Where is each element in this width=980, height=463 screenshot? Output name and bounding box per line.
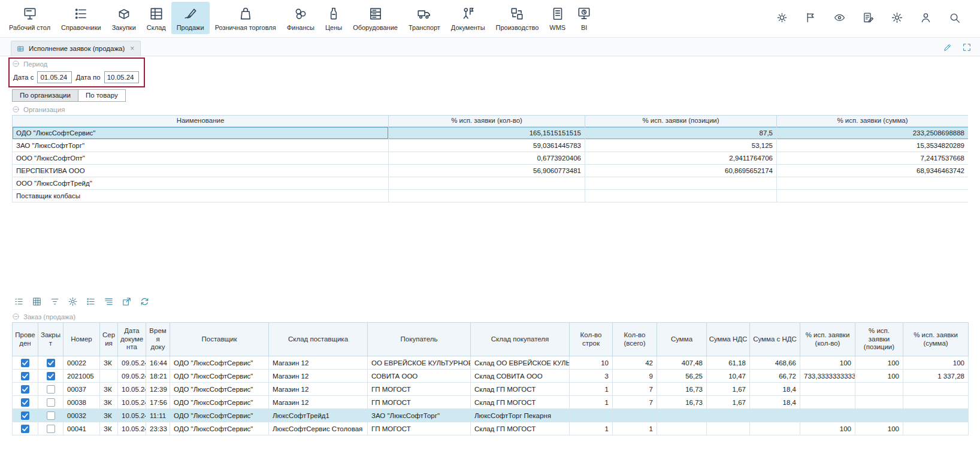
column-header[interactable]: % исп. заявки (кол-во) (800, 323, 855, 356)
order-cell: 16:44 (146, 356, 170, 370)
column-header[interactable]: Склад покупателя (471, 323, 570, 356)
search-icon[interactable] (948, 11, 961, 24)
order-cell: 1,67 (707, 383, 750, 396)
filter-icon[interactable] (50, 296, 60, 307)
org-table-row[interactable]: ОДО "ЛюксСофтСервис"165,151515151587,523… (13, 126, 969, 139)
order-row[interactable]: 202100509.05.2418:21ОДО "ЛюксСофтСервис"… (13, 370, 969, 383)
collapse-icon[interactable] (12, 60, 20, 68)
column-header[interactable]: Сумма с НДС (750, 323, 800, 356)
tab-by-organization[interactable]: По организации (12, 89, 78, 102)
org-cell: 2,9411764706 (585, 152, 777, 164)
column-header[interactable]: % исп. заявки (позиции) (585, 116, 777, 127)
org-table-row[interactable]: ООО "ЛюксСофтОпт"0,67739204062,941176470… (13, 152, 969, 164)
order-cell: 10.05.24 (118, 422, 146, 435)
org-table-row[interactable]: Поставщик колбасы (13, 189, 969, 202)
nav-item-warehouse[interactable]: Склад (141, 2, 171, 34)
edit-icon[interactable] (943, 43, 952, 52)
flag-icon[interactable] (804, 11, 817, 24)
checkbox-checked[interactable] (21, 398, 29, 407)
date-from-input[interactable] (37, 71, 72, 83)
nav-item-equipment[interactable]: Оборудование (347, 2, 403, 34)
order-row[interactable]: 00037ЗК10.05.2412:39ОДО "ЛюксСофтСервис"… (13, 383, 969, 396)
checkbox-checked[interactable] (21, 385, 29, 394)
column-header[interactable]: Номер (63, 323, 100, 356)
checkbox-checked[interactable] (21, 425, 29, 433)
column-header[interactable]: % исп. заявки (сумма) (903, 323, 969, 356)
order-row[interactable]: 00038ЗК10.05.2417:56ОДО "ЛюксСофтСервис"… (13, 396, 969, 409)
checkbox-checked[interactable] (21, 411, 29, 420)
nav-item-documents[interactable]: Документы (446, 2, 491, 34)
checkbox-unchecked[interactable] (47, 411, 55, 420)
nav-item-wms[interactable]: WMS (544, 2, 571, 34)
nav-item-purchases[interactable]: Закупки (107, 2, 141, 34)
column-header[interactable]: Сумма (657, 323, 707, 356)
tab-close-icon[interactable]: × (130, 44, 134, 53)
nav-item-bi[interactable]: BI (571, 2, 597, 34)
export-icon[interactable] (122, 296, 132, 307)
column-header[interactable]: Поставщик (170, 323, 269, 356)
refresh-icon[interactable] (140, 296, 150, 307)
column-header[interactable]: Сумма НДС (707, 323, 750, 356)
select-columns-icon[interactable] (14, 296, 24, 307)
column-header[interactable]: Кол-во (всего) (613, 323, 657, 356)
checkbox-unchecked[interactable] (47, 385, 55, 394)
column-header[interactable]: % исп. заявки (сумма) (777, 116, 969, 127)
posted-cell (13, 370, 38, 383)
user-icon[interactable] (919, 11, 932, 24)
checkbox-checked[interactable] (47, 372, 55, 380)
nav-item-production[interactable]: Производство (491, 2, 545, 34)
column-header[interactable]: % исп. заявки (позиции) (855, 323, 903, 356)
order-row[interactable]: 00041ЗК10.05.2423:33ОДО "ЛюксСофтСервис"… (13, 422, 969, 435)
date-to-input[interactable] (104, 71, 139, 83)
gear-icon[interactable] (68, 296, 78, 307)
org-table-row[interactable]: ПЕРСПЕКТИВА ООО56,906077348160,869565217… (13, 164, 969, 177)
main-content: Период Дата с Дата по По организации По … (0, 60, 980, 435)
column-header[interactable]: Закрыт (38, 323, 63, 356)
document-tab[interactable]: Исполнение заявок (продажа) × (11, 41, 141, 56)
order-cell: 10.05.24 (118, 383, 146, 396)
group-list-icon[interactable] (104, 296, 114, 307)
notes-icon[interactable] (862, 11, 875, 24)
order-cell: Склад ГП МОГОСТ (471, 383, 570, 396)
nav-item-retail[interactable]: Розничная торговля (210, 2, 282, 34)
org-table-row[interactable]: ООО "ЛюксСофтТрейд" (13, 177, 969, 189)
fullscreen-icon[interactable] (962, 43, 972, 52)
column-header[interactable]: Дата документа (118, 323, 146, 356)
column-header[interactable]: Время доку (146, 323, 170, 356)
order-row[interactable]: 00032ЗК10.05.2411:11ОДО "ЛюксСофтСервис"… (13, 409, 969, 422)
nav-item-label: Финансы (287, 24, 314, 31)
eye-icon[interactable] (833, 11, 846, 24)
checkbox-checked[interactable] (21, 359, 29, 367)
gear-icon[interactable] (891, 11, 903, 24)
org-cell (777, 189, 969, 202)
column-header[interactable]: Покупатель (368, 323, 471, 356)
nav-item-finance[interactable]: Финансы (282, 2, 320, 34)
order-cell: 100 (800, 422, 855, 435)
checkbox-checked[interactable] (47, 359, 55, 367)
nav-item-sales[interactable]: Продажи (171, 2, 210, 34)
bullet-list-icon[interactable] (86, 296, 96, 307)
column-header[interactable]: Проведен (13, 323, 38, 356)
collapse-icon[interactable] (12, 313, 20, 320)
org-table-row[interactable]: ЗАО "ЛюксСофтТорг"59,036144578353,12515,… (13, 139, 969, 152)
nav-item-label: BI (581, 24, 587, 31)
nav-item-desktop[interactable]: Рабочий стол (4, 2, 56, 34)
nav-item-transport[interactable]: Транспорт (403, 2, 446, 34)
column-header[interactable]: Наименование (13, 116, 389, 127)
checkbox-checked[interactable] (21, 372, 29, 380)
column-header[interactable]: % исп. заявки (кол-во) (389, 116, 585, 127)
org-cell: ООО "ЛюксСофтТрейд" (13, 177, 389, 189)
brightness-icon[interactable] (776, 11, 788, 24)
collapse-icon[interactable] (12, 105, 20, 113)
checkbox-unchecked[interactable] (47, 398, 55, 407)
column-header[interactable]: Кол-во строк (570, 323, 613, 356)
org-cell (585, 189, 777, 202)
nav-item-catalog[interactable]: Справочники (56, 2, 107, 34)
grid-icon[interactable] (32, 296, 42, 307)
order-row[interactable]: 00022ЗК09.05.2416:44ОДО "ЛюксСофтСервис"… (13, 356, 969, 370)
nav-item-prices[interactable]: Цены (320, 2, 347, 34)
checkbox-unchecked[interactable] (47, 425, 55, 433)
column-header[interactable]: Серия (100, 323, 118, 356)
tab-by-product[interactable]: По товару (78, 89, 126, 102)
column-header[interactable]: Склад поставщика (269, 323, 368, 356)
